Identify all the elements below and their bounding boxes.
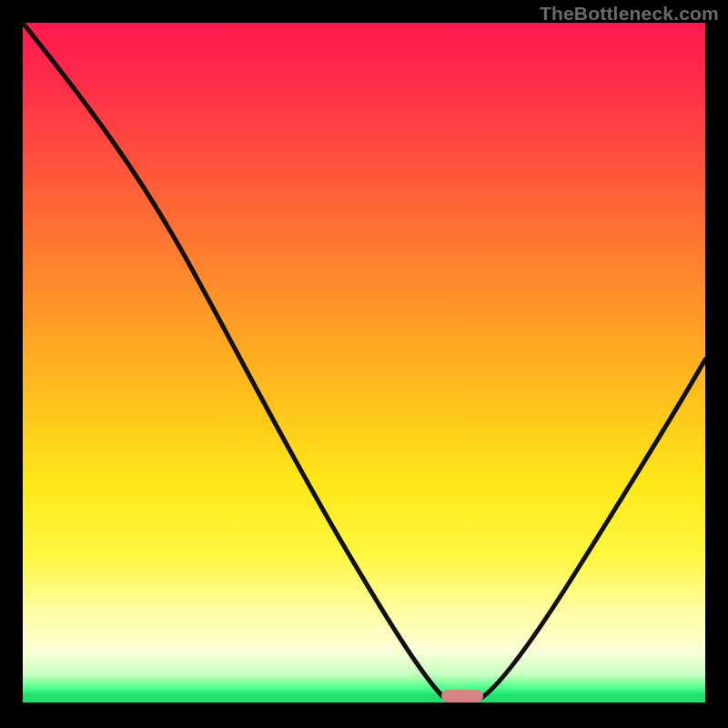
curve-path (23, 23, 705, 700)
plot-area (23, 23, 705, 705)
optimal-marker (441, 690, 483, 703)
chart-frame: TheBottleneck.com (0, 0, 728, 728)
bottleneck-curve (23, 23, 705, 705)
watermark-text: TheBottleneck.com (540, 3, 719, 25)
